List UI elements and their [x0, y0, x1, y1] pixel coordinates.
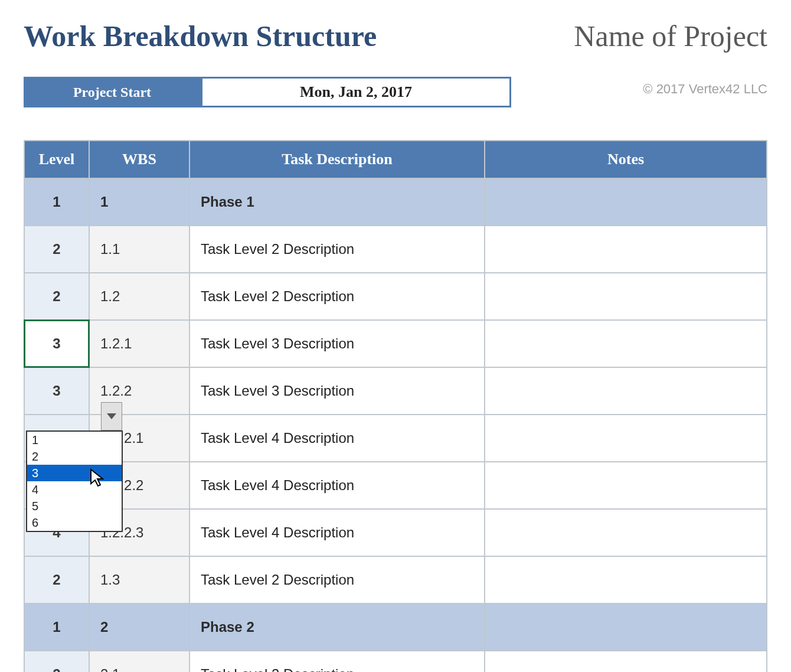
- cell-level[interactable]: 3: [24, 367, 89, 415]
- mouse-cursor-icon: [90, 468, 106, 490]
- cell-notes[interactable]: [485, 178, 767, 226]
- table-row: 22.1Task Level 2 Description: [24, 651, 767, 672]
- cell-description[interactable]: Phase 1: [189, 178, 485, 226]
- table-row: 31.2.2Task Level 3 Description: [24, 367, 767, 415]
- project-start-value[interactable]: Mon, Jan 2, 2017: [201, 77, 511, 107]
- cell-level[interactable]: 2: [24, 556, 89, 604]
- cell-notes[interactable]: [485, 462, 767, 509]
- level-dropdown-button[interactable]: [101, 402, 122, 430]
- project-name: Name of Project: [574, 19, 767, 53]
- table-row: 12Phase 2: [24, 604, 767, 651]
- svg-marker-0: [107, 413, 116, 419]
- cell-notes[interactable]: [485, 651, 767, 672]
- cell-notes[interactable]: [485, 320, 767, 367]
- table-row: 21.2Task Level 2 Description: [24, 273, 767, 320]
- page-title: Work Breakdown Structure: [24, 19, 377, 53]
- level-dropdown-list[interactable]: 123456: [26, 430, 123, 532]
- project-start-label: Project Start: [24, 77, 201, 107]
- table-row: 31.2.1Task Level 3 Description: [24, 320, 767, 367]
- table-row: 41.2.2.1Task Level 4 Description: [24, 415, 767, 462]
- cell-description[interactable]: Task Level 2 Description: [189, 273, 485, 320]
- cell-wbs[interactable]: 1: [89, 178, 189, 226]
- col-header-notes[interactable]: Notes: [485, 141, 767, 178]
- copyright-text: © 2017 Vertex42 LLC: [643, 81, 767, 97]
- cell-notes[interactable]: [485, 226, 767, 273]
- cell-description[interactable]: Task Level 3 Description: [189, 367, 485, 415]
- cell-level[interactable]: 3: [24, 320, 89, 367]
- cell-description[interactable]: Task Level 4 Description: [189, 415, 485, 462]
- cell-notes[interactable]: [485, 273, 767, 320]
- cell-level[interactable]: 1: [24, 178, 89, 226]
- table-row: 21.1Task Level 2 Description: [24, 226, 767, 273]
- col-header-wbs[interactable]: WBS: [89, 141, 189, 178]
- cell-wbs[interactable]: 1.2.1: [89, 320, 189, 367]
- level-dropdown-option[interactable]: 6: [27, 514, 122, 531]
- cell-notes[interactable]: [485, 509, 767, 556]
- cell-level[interactable]: 2: [24, 226, 89, 273]
- level-dropdown-option[interactable]: 5: [27, 498, 122, 514]
- cell-description[interactable]: Phase 2: [189, 604, 485, 651]
- cell-description[interactable]: Task Level 2 Description: [189, 226, 485, 273]
- cell-description[interactable]: Task Level 2 Description: [189, 556, 485, 604]
- cell-description[interactable]: Task Level 2 Description: [189, 651, 485, 672]
- wbs-table: Level WBS Task Description Notes 11Phase…: [24, 140, 767, 672]
- chevron-down-icon: [107, 413, 116, 419]
- cell-description[interactable]: Task Level 4 Description: [189, 509, 485, 556]
- cell-notes[interactable]: [485, 556, 767, 604]
- col-header-level[interactable]: Level: [24, 141, 89, 178]
- col-header-desc[interactable]: Task Description: [189, 141, 485, 178]
- level-dropdown-option[interactable]: 2: [27, 448, 122, 465]
- cell-wbs[interactable]: 2.1: [89, 651, 189, 672]
- svg-marker-1: [91, 469, 103, 486]
- cell-notes[interactable]: [485, 604, 767, 651]
- level-dropdown-option[interactable]: 1: [27, 432, 122, 448]
- cell-description[interactable]: Task Level 4 Description: [189, 462, 485, 509]
- cell-wbs[interactable]: 1.1: [89, 226, 189, 273]
- level-dropdown-option[interactable]: 3: [27, 465, 122, 481]
- cell-level[interactable]: 2: [24, 273, 89, 320]
- table-row: 11Phase 1: [24, 178, 767, 226]
- cell-notes[interactable]: [485, 367, 767, 415]
- table-row: 41.2.2.3Task Level 4 Description: [24, 509, 767, 556]
- cell-wbs[interactable]: 2: [89, 604, 189, 651]
- level-dropdown-option[interactable]: 4: [27, 481, 122, 498]
- cell-wbs[interactable]: 1.2: [89, 273, 189, 320]
- table-row: 41.2.2.2Task Level 4 Description: [24, 462, 767, 509]
- table-row: 21.3Task Level 2 Description: [24, 556, 767, 604]
- cell-level[interactable]: 2: [24, 651, 89, 672]
- cell-description[interactable]: Task Level 3 Description: [189, 320, 485, 367]
- cell-notes[interactable]: [485, 415, 767, 462]
- cell-level[interactable]: 1: [24, 604, 89, 651]
- cell-wbs[interactable]: 1.3: [89, 556, 189, 604]
